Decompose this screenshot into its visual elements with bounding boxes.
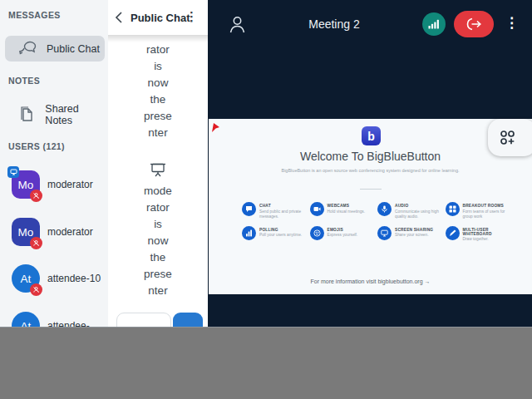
- chat-system-message: rator is now the prese nter: [108, 42, 208, 141]
- back-chevron-icon[interactable]: [115, 12, 128, 23]
- whiteboard-feature-icon: [446, 226, 460, 240]
- presentation-screen-icon: [108, 163, 208, 179]
- feature-emojis: EMOJIS Express yourself.: [310, 226, 375, 243]
- meeting-main-area: Meeting 2 ⋮ b Welcome To: [208, 0, 532, 327]
- feature-whiteboard: MULTI-USER WHITEBOARD Draw together.: [446, 226, 510, 243]
- avatar-initials: Mo: [18, 226, 34, 239]
- feature-chat: CHAT Send public and private messages.: [242, 202, 307, 219]
- bigbluebutton-logo: b: [362, 126, 381, 145]
- webcam-feature-icon: [310, 202, 324, 216]
- sidebar-item-public-chat[interactable]: Public Chat: [5, 36, 105, 62]
- apps-button-wrap: [488, 119, 532, 156]
- presentation-slide: b Welcome To BigBlueButton BigBlueButton…: [209, 119, 532, 294]
- chat-panel-title: Public Chat: [131, 12, 190, 24]
- apps-grid-button[interactable]: [488, 119, 532, 156]
- avatar: Mo: [12, 218, 40, 246]
- leave-icon: [466, 17, 481, 31]
- sidebar-item-shared-notes[interactable]: Shared Notes: [5, 101, 105, 127]
- bigbluebutton-app: MESSAGES Public Chat NOTES Shared Notes: [0, 0, 532, 399]
- public-chat-panel: Public Chat ⋮ rator is now the prese nte…: [108, 0, 208, 327]
- listen-only-badge-icon: [30, 237, 42, 249]
- listen-only-badge-icon: [30, 190, 42, 202]
- slide-heading: Welcome To BigBlueButton: [209, 150, 532, 163]
- user-name: attendee-10: [47, 273, 101, 284]
- feature-grid: CHAT Send public and private messages. W…: [242, 202, 510, 242]
- chat-bubbles-icon: [17, 41, 38, 57]
- user-avatar-icon: [228, 14, 247, 37]
- apps-grid-icon: [499, 129, 516, 146]
- meeting-options-kebab-icon[interactable]: ⋮: [505, 12, 518, 37]
- audio-feature-icon: [377, 202, 392, 216]
- navigation-sidebar: MESSAGES Public Chat NOTES Shared Notes: [0, 0, 108, 327]
- listen-only-badge-icon: [30, 283, 42, 296]
- avatar-initials: Mo: [18, 179, 34, 191]
- meeting-title: Meeting 2: [291, 17, 377, 31]
- user-list-item[interactable]: At attendee-10: [0, 262, 108, 295]
- presenter-badge-icon: [7, 166, 19, 178]
- emojis-feature-icon: [310, 226, 324, 240]
- avatar-initials: At: [21, 273, 32, 285]
- screen-sharing-feature-icon: [377, 226, 392, 240]
- user-name: moderator: [47, 226, 93, 238]
- feature-webcams: WEBCAMS Hold visual meetings.: [310, 202, 375, 219]
- user-list-item[interactable]: Mo moderator: [0, 168, 108, 201]
- slide-footer-link: For more information visit bigbluebutton…: [209, 278, 532, 284]
- chat-header: Public Chat ⋮: [108, 0, 208, 35]
- notes-section-header: NOTES: [8, 76, 40, 86]
- screen-bottom-filler: [0, 327, 532, 399]
- shared-notes-label: Shared Notes: [45, 103, 105, 126]
- public-chat-label: Public Chat: [47, 43, 100, 55]
- connection-status-button[interactable]: [422, 12, 446, 36]
- users-section-header: USERS (121): [8, 141, 65, 151]
- user-list-item[interactable]: Mo moderator: [0, 215, 108, 249]
- polling-feature-icon: [242, 226, 256, 240]
- feature-screen-sharing: SCREEN SHARING Share your screen.: [377, 226, 442, 243]
- signal-bars-icon: [428, 19, 440, 29]
- chat-feature-icon: [242, 202, 256, 216]
- feature-polling: POLLING Poll your users anytime.: [242, 226, 307, 243]
- chat-system-message: mode rator is now the prese nter: [108, 183, 208, 299]
- avatar: At: [12, 264, 40, 293]
- shared-notes-icon: [17, 106, 37, 124]
- slide-divider: [360, 189, 382, 190]
- feature-audio: AUDIO Communicate using high quality aud…: [377, 202, 442, 219]
- leave-meeting-button[interactable]: [454, 11, 494, 37]
- feature-breakout-rooms: BREAKOUT ROOMS Form teams of users for g…: [446, 202, 510, 219]
- slide-subheading: BigBlueButton is an open source web conf…: [209, 168, 532, 173]
- chat-options-kebab-icon[interactable]: ⋮: [185, 10, 198, 22]
- presenter-pointer-icon: [211, 121, 221, 136]
- messages-section-header: MESSAGES: [8, 10, 61, 20]
- avatar: Mo: [12, 170, 40, 199]
- breakout-rooms-feature-icon: [446, 202, 460, 216]
- user-name: moderator: [47, 179, 93, 190]
